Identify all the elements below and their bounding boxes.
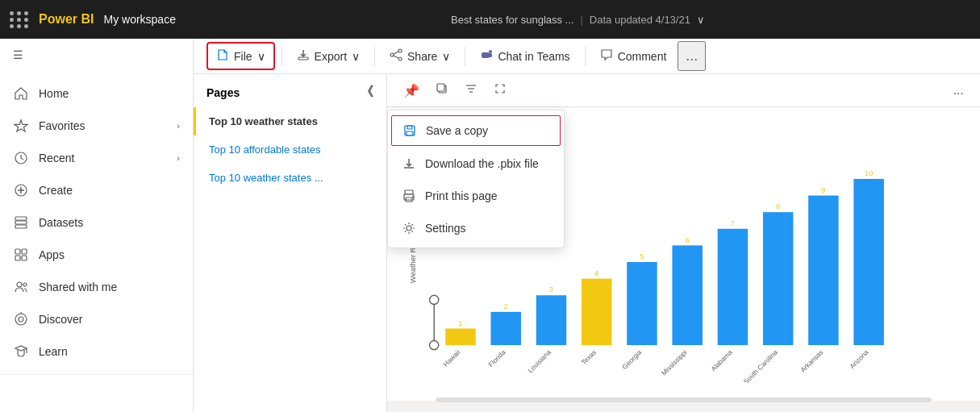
- bar-hawaii: [445, 328, 475, 345]
- sidebar-hamburger[interactable]: ☰: [0, 39, 193, 71]
- svg-rect-8: [22, 249, 27, 254]
- save-copy-item[interactable]: Save a copy: [391, 115, 561, 146]
- recent-icon: [13, 150, 29, 166]
- datasets-icon: [13, 214, 29, 231]
- svg-rect-9: [15, 256, 20, 260]
- svg-text:Florida: Florida: [486, 348, 507, 368]
- svg-text:2: 2: [504, 302, 508, 310]
- comment-icon: [600, 48, 613, 64]
- page-item-top10weather[interactable]: Top 10 weather states: [194, 107, 386, 135]
- file-label: File: [234, 50, 252, 63]
- svg-point-20: [390, 53, 394, 56]
- svg-text:8: 8: [776, 202, 780, 210]
- sidebar-item-home[interactable]: Home: [0, 77, 193, 110]
- sidebar-item-home-label: Home: [39, 87, 69, 100]
- sidebar-item-learn[interactable]: Learn: [0, 335, 193, 368]
- export-button[interactable]: Export ∨: [289, 44, 368, 69]
- sidebar-item-datasets[interactable]: Datasets: [0, 206, 193, 239]
- chat-in-teams-label: Chat in Teams: [498, 50, 569, 63]
- duplicate-icon[interactable]: [429, 79, 455, 102]
- main-toolbar: File ∨ Export ∨ Share ∨: [194, 39, 980, 74]
- timeline-dot2: [430, 340, 439, 349]
- svg-text:Louisiana: Louisiana: [526, 348, 553, 375]
- svg-text:Arizona: Arizona: [848, 348, 869, 370]
- chat-in-teams-button[interactable]: Chat in Teams: [472, 44, 578, 69]
- filter-icon[interactable]: [458, 79, 484, 102]
- data-update-chevron[interactable]: ∨: [697, 14, 705, 26]
- settings-label: Settings: [425, 222, 466, 235]
- sidebar-item-favorites[interactable]: Favorites ›: [0, 110, 193, 142]
- svg-rect-18: [298, 57, 308, 60]
- svg-point-13: [19, 317, 23, 322]
- export-chevron: ∨: [352, 50, 360, 63]
- report-toolbar-left: 📌: [397, 79, 513, 102]
- page-item-top10weatherstates2[interactable]: Top 10 weather states ...: [194, 164, 386, 192]
- sidebar-item-learn-label: Learn: [39, 345, 68, 358]
- svg-text:Mississippi: Mississippi: [660, 348, 689, 377]
- settings-icon: [401, 220, 417, 236]
- file-icon: [216, 48, 229, 64]
- settings-item[interactable]: Settings: [388, 212, 564, 244]
- comment-button[interactable]: Comment: [592, 44, 675, 69]
- svg-line-23: [394, 56, 398, 58]
- bar-georgia: [627, 262, 657, 345]
- report-info: Best states for sunglass ... | Data upda…: [186, 14, 970, 26]
- powerbi-logo: Power BI: [39, 12, 94, 27]
- sidebar-item-apps[interactable]: Apps: [0, 239, 193, 271]
- download-icon: [401, 156, 417, 172]
- sidebar-item-favorites-label: Favorites: [39, 119, 85, 132]
- home-icon: [13, 85, 29, 102]
- svg-text:South Carolina: South Carolina: [742, 348, 780, 383]
- apps-icon: [13, 247, 29, 263]
- content-area: File ∨ Export ∨ Share ∨: [194, 39, 980, 412]
- svg-line-22: [394, 52, 398, 54]
- sidebar-item-sharedwithme[interactable]: Shared with me: [0, 271, 193, 303]
- file-dropdown-menu: Save a copy Download the .pbix file Prin…: [387, 110, 565, 248]
- sidebar-item-recent[interactable]: Recent ›: [0, 142, 193, 174]
- toolbar-sep3: [465, 47, 465, 66]
- share-button[interactable]: Share ∨: [382, 44, 458, 69]
- svg-text:Arkansas: Arkansas: [799, 348, 824, 374]
- print-item[interactable]: Print this page: [388, 180, 564, 212]
- svg-rect-26: [488, 53, 492, 57]
- shared-icon: [13, 279, 29, 295]
- more-options-icon[interactable]: ...: [947, 80, 970, 101]
- svg-rect-58: [405, 190, 413, 194]
- recent-chevron: ›: [177, 153, 180, 163]
- scrollbar[interactable]: [436, 397, 932, 402]
- expand-icon[interactable]: [487, 79, 513, 102]
- svg-text:6: 6: [686, 236, 690, 244]
- workspace-label[interactable]: My workspace: [103, 13, 175, 26]
- download-pbix-item[interactable]: Download the .pbix file: [388, 148, 564, 180]
- sidebar-nav: Home Favorites › Recent › Creat: [0, 71, 193, 375]
- svg-point-25: [489, 50, 492, 53]
- svg-text:Georgia: Georgia: [620, 348, 643, 371]
- learn-icon: [13, 343, 29, 360]
- waffle-icon[interactable]: [10, 11, 29, 28]
- pin-icon[interactable]: 📌: [397, 80, 426, 102]
- more-button[interactable]: ...: [678, 41, 706, 71]
- page-item-top10affordable[interactable]: Top 10 affordable states: [194, 135, 386, 164]
- pages-collapse-button[interactable]: 《: [361, 84, 373, 101]
- share-chevron: ∨: [442, 50, 450, 63]
- file-button[interactable]: File ∨: [206, 42, 275, 70]
- svg-point-19: [398, 49, 402, 52]
- bar-southcarolina: [763, 212, 793, 345]
- report-toolbar-right: ...: [947, 80, 970, 101]
- svg-point-61: [412, 196, 414, 198]
- bar-mississippi: [672, 245, 702, 345]
- create-icon: [13, 182, 29, 198]
- sidebar-item-sharedwithme-label: Shared with me: [39, 281, 117, 293]
- print-icon: [401, 188, 417, 204]
- data-update: Data updated 4/13/21: [590, 14, 690, 26]
- bar-arkansas: [808, 196, 838, 346]
- export-label: Export: [315, 50, 347, 63]
- sidebar-item-create[interactable]: Create: [0, 174, 193, 206]
- svg-rect-4: [15, 217, 27, 220]
- file-chevron: ∨: [257, 50, 265, 63]
- sidebar-item-discover[interactable]: Discover: [0, 303, 193, 335]
- bar-arizona: [853, 179, 883, 345]
- pages-header: Pages 《: [194, 74, 386, 107]
- top-bar: Power BI My workspace Best states for su…: [0, 0, 980, 39]
- bar-alabama: [718, 229, 748, 345]
